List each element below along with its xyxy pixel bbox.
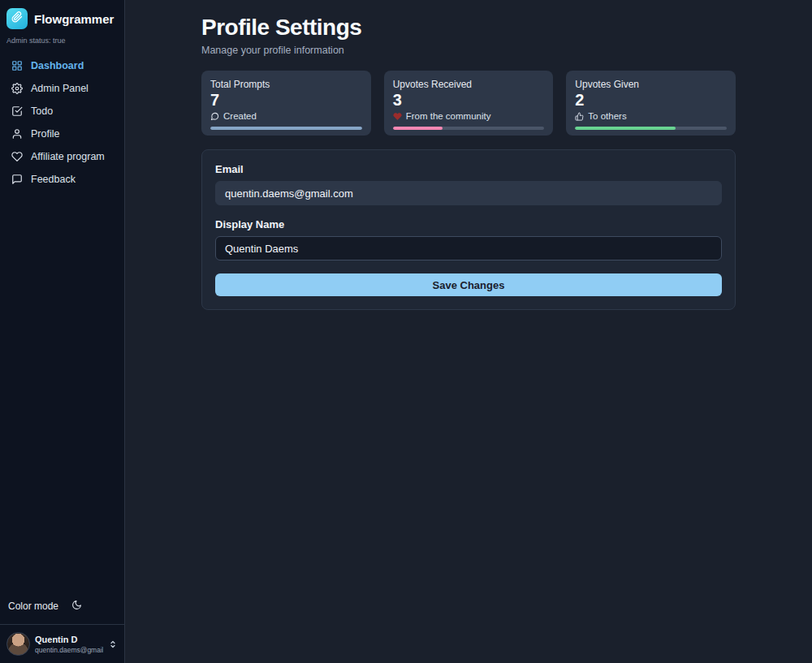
moon-icon: [71, 600, 82, 613]
avatar: [6, 632, 30, 656]
sidebar-item-label: Admin Panel: [31, 83, 89, 94]
user-meta: Quentin D quentin.daems@gmail.c...: [35, 634, 103, 653]
progress-bar: [575, 127, 727, 130]
sidebar-item-profile[interactable]: Profile: [6, 123, 118, 145]
sidebar-item-label: Profile: [31, 128, 59, 140]
color-mode-label: Color mode: [8, 601, 58, 612]
progress-fill: [210, 127, 362, 130]
paperclip-icon: [11, 11, 23, 26]
stat-card-total-prompts: Total Prompts 7 Created: [201, 71, 371, 136]
user-menu[interactable]: Quentin D quentin.daems@gmail.c...: [0, 624, 124, 663]
color-mode-row: Color mode: [0, 592, 124, 624]
up-down-chevrons-icon: [108, 639, 118, 649]
page-title: Profile Settings: [201, 15, 736, 41]
progress-bar: [393, 127, 545, 130]
stat-card-upvotes-given: Upvotes Given 2 To others: [566, 71, 736, 136]
stat-value: 7: [210, 91, 362, 110]
sidebar-item-affiliate-program[interactable]: Affiliate program: [6, 145, 118, 168]
stat-caption: From the community: [393, 111, 545, 121]
stat-label: Total Prompts: [210, 79, 362, 90]
app-title: Flowgrammer: [34, 12, 114, 26]
sidebar-item-dashboard[interactable]: Dashboard: [6, 54, 118, 77]
brand: Flowgrammer: [6, 8, 118, 29]
sidebar-top: Flowgrammer Admin status: true Dashboard: [0, 0, 124, 191]
todo-check-icon: [11, 105, 23, 117]
sidebar-item-label: Affiliate program: [31, 151, 105, 162]
admin-status-text: Admin status: true: [6, 37, 118, 45]
stat-caption-text: From the community: [406, 111, 491, 121]
progress-fill: [393, 127, 443, 130]
stat-caption-text: Created: [223, 111, 257, 121]
email-label: Email: [215, 163, 722, 175]
profile-form-card: Email Display Name Save Changes: [201, 149, 736, 310]
stat-caption: To others: [575, 111, 727, 121]
stat-label: Upvotes Given: [575, 79, 727, 90]
page-subtitle: Manage your profile information: [201, 45, 736, 56]
person-icon: [11, 128, 23, 140]
stat-caption-text: To others: [588, 111, 626, 121]
app-window: Flowgrammer Admin status: true Dashboard: [0, 0, 812, 663]
display-name-field-group: Display Name: [215, 218, 722, 260]
color-mode-toggle[interactable]: [71, 600, 82, 613]
speech-bubble-icon: [210, 112, 219, 121]
stats-row: Total Prompts 7 Created: [201, 71, 736, 136]
user-email: quentin.daems@gmail.c...: [35, 646, 103, 654]
stat-value: 2: [575, 91, 727, 110]
display-name-field[interactable]: [215, 236, 722, 260]
sidebar-nav: Dashboard Admin Panel: [6, 54, 118, 191]
display-name-label: Display Name: [215, 218, 722, 230]
sidebar-item-label: Feedback: [31, 174, 76, 185]
stat-label: Upvotes Received: [393, 79, 545, 90]
progress-bar: [210, 127, 362, 130]
email-field[interactable]: [215, 181, 722, 205]
sidebar-item-todo[interactable]: Todo: [6, 100, 118, 123]
save-changes-button[interactable]: Save Changes: [215, 273, 722, 296]
dashboard-grid-icon: [11, 60, 23, 71]
sidebar: Flowgrammer Admin status: true Dashboard: [0, 0, 125, 663]
heart-icon: [393, 112, 402, 121]
sidebar-item-feedback[interactable]: Feedback: [6, 168, 118, 191]
gear-icon: [11, 83, 23, 94]
stat-caption: Created: [210, 111, 362, 121]
app-logo: [6, 8, 28, 29]
stat-value: 3: [393, 91, 545, 110]
email-field-group: Email: [215, 163, 722, 205]
sidebar-item-label: Todo: [31, 105, 53, 117]
progress-fill: [575, 127, 675, 130]
sidebar-spacer: [0, 191, 124, 592]
sidebar-item-label: Dashboard: [31, 60, 84, 71]
thumbs-up-icon: [575, 112, 584, 121]
speech-bubble-icon: [11, 174, 23, 185]
content-column: Profile Settings Manage your profile inf…: [201, 0, 736, 663]
sidebar-item-admin-panel[interactable]: Admin Panel: [6, 77, 118, 100]
user-name: Quentin D: [35, 634, 103, 645]
heart-hand-icon: [11, 151, 23, 162]
main-area: Profile Settings Manage your profile inf…: [125, 0, 812, 663]
stat-card-upvotes-received: Upvotes Received 3 From the community: [384, 71, 554, 136]
